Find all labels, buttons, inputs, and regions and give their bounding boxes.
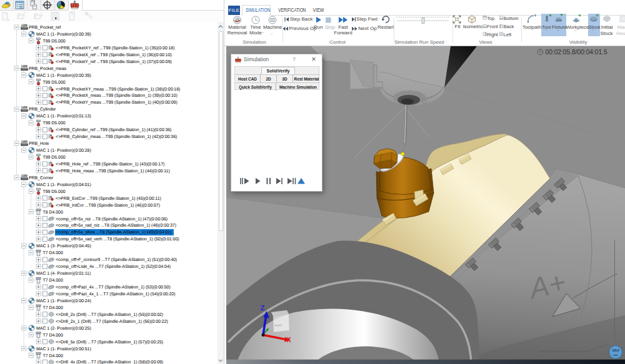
svg-text:MAC 1 (1- Position)(0:00:39): MAC 1 (1- Position)(0:00:39) xyxy=(36,32,91,37)
svg-text:⋮: ⋮ xyxy=(444,40,449,44)
svg-text:109.9: 109.9 xyxy=(612,349,619,352)
svg-text:T7 D4.000: T7 D4.000 xyxy=(43,278,63,283)
svg-text:X: X xyxy=(287,337,291,343)
svg-text:<>PRB_Cylinder_meas ...T99 (Sp: <>PRB_Cylinder_meas ...T99 (Spindle-Stat… xyxy=(56,134,177,139)
svg-text:<>Drill_5x (Drill) ...T7 (Spin: <>Drill_5x (Drill) ...T7 (Spindle-AStati… xyxy=(56,340,163,345)
svg-text:<>PRB_PocketY_ref ...T99 (Spin: <>PRB_PocketY_ref ...T99 (Spindle-Statio… xyxy=(56,59,172,64)
svg-text:PRB_Pocket_ref: PRB_Pocket_ref xyxy=(29,25,61,30)
svg-text:<comp_off>5x_niz ...T8 (Spindl: <comp_off>5x_niz ...T8 (Spindle-AStation… xyxy=(56,217,168,222)
svg-text:<comp_off>F_contour9 ...T7 (Sp: <comp_off>F_contour9 ...T7 (Spindle-ASta… xyxy=(56,257,177,262)
svg-text:T7 D4.000: T7 D4.000 xyxy=(43,354,63,358)
svg-text:mm: mm xyxy=(613,353,618,357)
svg-text:<>PRB_Cylinder_ref ...T99 (Spi: <>PRB_Cylinder_ref ...T99 (Spindle-Stati… xyxy=(56,127,171,132)
svg-text:<>Drill_2x_1 (Drill) ...T7 (Sp: <>Drill_2x_1 (Drill) ...T7 (Spindle-ASta… xyxy=(56,319,168,324)
svg-text:<comp_off>Pazi_4x_1 ...T7 (Spi: <comp_off>Pazi_4x_1 ...T7 (Spindle-AStat… xyxy=(56,292,175,297)
svg-text:Z: Z xyxy=(261,304,265,312)
svg-text:MAC 1 (2- Position)(0:00:25): MAC 1 (2- Position)(0:00:25) xyxy=(36,326,91,331)
svg-text:ˇ: ˇ xyxy=(558,29,559,33)
svg-text:<>PRB_PocketX_ref ...T99 (Spin: <>PRB_PocketX_ref ...T99 (Spindle-Statio… xyxy=(56,52,172,57)
svg-text:T99 D5.000: T99 D5.000 xyxy=(43,190,66,194)
svg-text:<>Drill_4x (Drill) ...T7 (Spin: <>Drill_4x (Drill) ...T7 (Spindle-AStati… xyxy=(56,360,163,364)
svg-text:ˇ: ˇ xyxy=(262,32,264,36)
svg-text:PRB_Pocket_meas: PRB_Pocket_meas xyxy=(29,66,66,71)
svg-text:<>PRB_Hole_ref ...T99 (Spindle: <>PRB_Hole_ref ...T99 (Spindle-Station_1… xyxy=(56,162,164,167)
svg-text:T7 D4.000: T7 D4.000 xyxy=(43,251,63,255)
svg-text:T99 D5.000: T99 D5.000 xyxy=(43,155,66,160)
svg-text:PRB_Hole: PRB_Hole xyxy=(29,141,49,146)
svg-text:<>PRB_PocketX_meas ...T99 (Spi: <>PRB_PocketX_meas ...T99 (Spindle-Stati… xyxy=(56,93,178,98)
svg-text:ˇ: ˇ xyxy=(245,32,246,36)
svg-text:ˇ: ˇ xyxy=(379,17,380,21)
svg-text:<>PRB_ExtCor ...T99 (Spindle-S: <>PRB_ExtCor ...T99 (Spindle-Station_1) … xyxy=(56,196,161,201)
svg-text:T99 D5.000: T99 D5.000 xyxy=(43,121,66,125)
svg-text:T99 D5.000: T99 D5.000 xyxy=(43,39,66,44)
svg-text:MAC 1 (4- Position)(0:01:11): MAC 1 (4- Position)(0:01:11) xyxy=(36,271,91,276)
svg-text:MAC 1 (1- Position)(0:04:01): MAC 1 (1- Position)(0:04:01) xyxy=(36,182,91,187)
svg-text:T7 D4.000: T7 D4.000 xyxy=(43,333,63,338)
svg-text:<>PRB_Hole_meas ...T99 (Spindl: <>PRB_Hole_meas ...T99 (Spindle-Station_… xyxy=(56,169,170,174)
svg-text:o: o xyxy=(278,310,279,313)
svg-text:<>PRB_PocketXY_ref ...T99 (Spi: <>PRB_PocketXY_ref ...T99 (Spindle-Stati… xyxy=(56,46,174,51)
svg-text:PRB_Corner: PRB_Corner xyxy=(29,176,54,180)
svg-text:T7 D4.000: T7 D4.000 xyxy=(43,306,63,310)
svg-text:PRB_Cylinder: PRB_Cylinder xyxy=(29,107,56,112)
svg-text:T99 D5.000: T99 D5.000 xyxy=(43,81,66,85)
svg-text:MAC 1 (3- Position)(0:04:45): MAC 1 (3- Position)(0:04:45) xyxy=(36,243,91,248)
svg-text:T8 D4.000: T8 D4.000 xyxy=(43,210,63,215)
svg-text:ˇ: ˇ xyxy=(271,33,272,37)
svg-text:<>PRB_PocketY_meas ...T99 (Spi: <>PRB_PocketY_meas ...T99 (Spindle-Stati… xyxy=(56,100,178,105)
svg-text:ˇ: ˇ xyxy=(575,29,576,33)
svg-text:MAC 1 (1- Position)(0:01:13): MAC 1 (1- Position)(0:01:13) xyxy=(36,114,91,119)
svg-text:<comp_off>Pazi_4x ...T7 (Spind: <comp_off>Pazi_4x ...T7 (Spindle-AStatio… xyxy=(56,285,171,290)
svg-text:MAC 1 (1- Position)(0:00:39): MAC 1 (1- Position)(0:00:39) xyxy=(36,73,91,78)
svg-text:ˇ: ˇ xyxy=(327,28,328,32)
svg-text:MAC 1 (1- Position)(0:00:28): MAC 1 (1- Position)(0:00:28) xyxy=(36,148,91,153)
svg-text:<comp_off>Liski_4x ...T7 (Spin: <comp_off>Liski_4x ...T7 (Spindle-AStati… xyxy=(56,264,171,269)
svg-text:ˇ: ˇ xyxy=(612,27,613,31)
svg-text:<comp_off>5x_rad_verh ...T8 (S: <comp_off>5x_rad_verh ...T8 (Spindle-ASt… xyxy=(56,237,179,242)
svg-text:ˇ: ˇ xyxy=(314,17,315,21)
svg-text:<>Drill_2x (Drill) ...T7 (Spin: <>Drill_2x (Drill) ...T7 (Spindle-AStati… xyxy=(56,312,163,317)
svg-text:00:02:05.8/00:04:01.5: 00:02:05.8/00:04:01.5 xyxy=(546,49,608,56)
svg-text:ˇ: ˇ xyxy=(592,29,594,33)
svg-text:<>PRB_PocketXY_meas ...T99 (Sp: <>PRB_PocketXY_meas ...T99 (Spindle-Stat… xyxy=(56,87,180,92)
svg-text:<comp_off>5x_sfere ...T8 (Spin: <comp_off>5x_sfere ...T8 (Spindle-AStati… xyxy=(56,230,172,235)
svg-text:MAC 1 (1- Position)(0:00:51): MAC 1 (1- Position)(0:00:51) xyxy=(36,347,91,352)
svg-text:MAC 1 (1- Position)(0:00:24): MAC 1 (1- Position)(0:00:24) xyxy=(36,298,91,303)
svg-text:<>PRB_IntCor ...T99 (Spindle-S: <>PRB_IntCor ...T99 (Spindle-Station_1) … xyxy=(56,203,160,208)
svg-text:ˇ: ˇ xyxy=(319,29,320,33)
svg-text:Front: Front xyxy=(275,323,282,327)
svg-text:<comp_off>5x_rad_niz ...T8 (Sp: <comp_off>5x_rad_niz ...T8 (Spindle-ASta… xyxy=(56,223,176,228)
svg-text:ˇ: ˇ xyxy=(546,29,547,33)
